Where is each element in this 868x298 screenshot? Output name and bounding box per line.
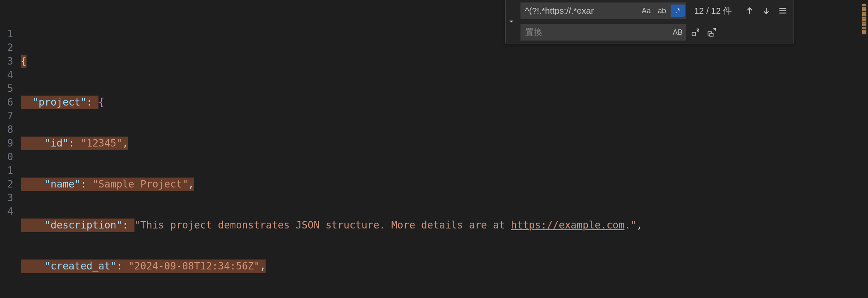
svg-rect-0: [692, 32, 695, 36]
svg-rect-3: [710, 34, 713, 36]
line-number: 5: [0, 82, 21, 96]
whole-word-toggle[interactable]: ab: [655, 5, 669, 17]
line-number: 1: [0, 164, 21, 178]
arrow-up-icon: [745, 6, 754, 15]
code-editor[interactable]: 1 2 3 4 5 6 7 8 9 0 1 2 3 4 { "project":…: [0, 0, 868, 298]
previous-match-button[interactable]: [743, 4, 757, 18]
match-count: 12 / 12 件: [694, 5, 732, 17]
replace-all-icon: [707, 28, 717, 37]
line-number: 7: [0, 109, 21, 123]
line-number: 3: [0, 191, 21, 205]
hamburger-icon: [778, 6, 787, 15]
find-menu-button[interactable]: [776, 4, 790, 18]
replace-input[interactable]: [521, 27, 670, 37]
replace-all-button[interactable]: [705, 25, 719, 39]
line-number: 2: [0, 41, 21, 55]
arrow-down-icon: [762, 6, 771, 15]
line-number: 9: [0, 137, 21, 150]
line-number: 0: [0, 150, 21, 164]
search-input[interactable]: [521, 6, 638, 16]
code-line[interactable]: "id": "12345",: [21, 137, 868, 150]
code-line[interactable]: "name": "Sample Project",: [21, 178, 868, 191]
regex-toggle[interactable]: .*: [671, 5, 685, 17]
next-match-button[interactable]: [759, 4, 773, 18]
line-number: 2: [0, 178, 21, 191]
code-area[interactable]: { "project": { "id": "12345", "name": "S…: [21, 0, 868, 298]
line-number: 3: [0, 55, 21, 68]
code-line[interactable]: {: [21, 55, 868, 68]
replace-one-button[interactable]: b: [688, 25, 703, 39]
match-case-toggle[interactable]: Aa: [639, 5, 653, 17]
line-number: 4: [0, 68, 21, 82]
line-number: 6: [0, 96, 21, 109]
code-line[interactable]: "description": "This project demonstrate…: [21, 219, 868, 232]
line-number-gutter: 1 2 3 4 5 6 7 8 9 0 1 2 3 4: [0, 0, 21, 298]
chevron-down-icon: [508, 18, 515, 25]
code-line[interactable]: "created_at": "2024-09-08T12:34:56Z",: [21, 260, 868, 273]
line-number: 1: [0, 27, 21, 41]
search-input-container: Aa ab .*: [520, 2, 686, 19]
toggle-replace-button[interactable]: [506, 0, 517, 43]
replace-input-container: AB: [520, 24, 686, 41]
url-link[interactable]: https://example.com: [511, 219, 625, 231]
find-replace-widget: Aa ab .* 12 / 12 件 AB: [505, 0, 794, 43]
preserve-case-toggle[interactable]: AB: [671, 26, 685, 38]
line-number: 8: [0, 123, 21, 137]
scrollbar[interactable]: [861, 0, 868, 298]
line-number: 4: [0, 205, 21, 219]
svg-text:b: b: [697, 29, 699, 33]
code-line[interactable]: "project": {: [21, 96, 868, 109]
replace-icon: b: [691, 28, 700, 37]
